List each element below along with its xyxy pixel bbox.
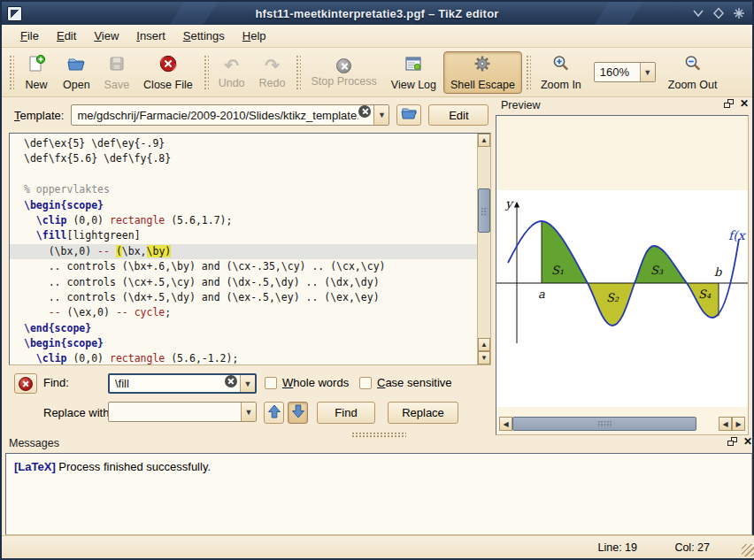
whole-words-label: Whole words — [282, 376, 349, 389]
code-line[interactable]: .. controls (\cx+.5,\cy) and (\dx-.5,\dy… — [10, 275, 477, 290]
s3-label: S₃ — [650, 264, 664, 277]
undo-button[interactable]: ↶ Undo — [212, 51, 252, 94]
replace-input[interactable]: ▼ — [108, 402, 257, 422]
clear-icon[interactable] — [358, 105, 371, 118]
messages-log[interactable]: [LaTeX] Process finished successfully. — [5, 453, 752, 535]
edit-template-button[interactable]: Edit — [428, 104, 489, 126]
save-icon — [107, 54, 127, 77]
find-previous-button[interactable] — [264, 402, 284, 424]
chevron-down-icon[interactable]: ▼ — [373, 105, 389, 125]
scroll-right-icon[interactable]: ▶ — [732, 417, 745, 431]
code-editor[interactable]: \def\ex{5} \def\ey{-.9}\def\fx{5.6} \def… — [9, 133, 491, 365]
code-line[interactable]: \begin{scope} — [10, 198, 477, 213]
template-path-value: me/gdschrij/Farmacie/2009-2010/Slides/kt… — [72, 105, 358, 125]
code-line[interactable]: \fill[lightgreen] — [10, 228, 477, 243]
code-line[interactable]: .. controls (\dx+.5,\dy) and (\ex-.5,\ey… — [10, 290, 477, 305]
maximize-window-icon[interactable] — [712, 7, 725, 19]
code-token — [24, 229, 36, 242]
code-line[interactable]: % oppervlaktes — [10, 182, 477, 197]
code-line[interactable]: \end{scope} — [10, 321, 477, 336]
find-value: \fill — [110, 375, 225, 392]
area-s1 — [542, 221, 588, 283]
replace-button[interactable]: Replace — [388, 402, 458, 424]
code-line[interactable]: \begin{scope} — [10, 336, 477, 351]
shade-window-icon[interactable] — [692, 8, 704, 19]
scroll-up-icon[interactable]: ▲ — [478, 134, 490, 147]
preview-canvas[interactable]: y a b S₁ S₂ S₃ S₄ f(x ◀ ◀ ▶ — [496, 115, 749, 435]
close-panel-icon[interactable]: ✕ — [743, 437, 752, 447]
code-token: rectangle — [110, 352, 165, 364]
code-token: \fill — [36, 229, 67, 242]
toolbar-separator — [203, 54, 209, 91]
open-folder-icon — [400, 104, 418, 126]
save-button[interactable]: Save — [97, 51, 137, 94]
close-window-icon[interactable] — [733, 7, 745, 19]
chevron-down-icon[interactable]: ▼ — [241, 403, 256, 421]
menu-help[interactable]: Help — [235, 27, 274, 45]
zoom-out-button[interactable]: Zoom Out — [661, 51, 725, 94]
code-token: .. controls (\cx+.5,\cy) and (\dx-.5,\dy… — [24, 276, 380, 288]
whole-words-checkbox[interactable]: Whole words — [265, 376, 349, 389]
find-button[interactable]: Find — [317, 402, 375, 424]
zoom-level-combobox[interactable]: 160% ▼ — [594, 62, 656, 82]
preview-titlebar[interactable]: Preview ✕ — [494, 97, 752, 113]
code-token: (\ex,0) — [61, 306, 116, 318]
float-panel-icon[interactable] — [727, 437, 737, 447]
preview-horizontal-scrollbar[interactable]: ◀ ◀ ▶ — [499, 417, 745, 431]
template-label: Template: — [14, 109, 64, 122]
template-combobox[interactable]: me/gdschrij/Farmacie/2009-2010/Slides/kt… — [71, 104, 389, 126]
template-row: Template: me/gdschrij/Farmacie/2009-2010… — [2, 97, 494, 133]
menu-insert[interactable]: Insert — [128, 27, 173, 45]
code-line[interactable]: \def\fx{5.6} \def\fy{.8} — [10, 151, 477, 166]
scrollbar-track[interactable] — [478, 233, 490, 338]
checkbox-box[interactable] — [359, 377, 372, 389]
close-panel-icon[interactable]: ✕ — [740, 99, 749, 109]
code-line[interactable] — [10, 167, 477, 182]
menu-settings[interactable]: Settings — [175, 27, 233, 45]
open-template-button[interactable] — [396, 104, 421, 126]
clear-icon[interactable] — [225, 375, 237, 387]
new-button[interactable]: New — [17, 51, 56, 94]
code-token: \def\ex{5} \def\ey{-.9} — [24, 137, 165, 150]
code-line[interactable]: \clip (0,0) rectangle (5.6,1.7); — [10, 213, 477, 228]
scroll-left-icon[interactable]: ◀ — [719, 417, 732, 431]
scrollbar-thumb[interactable] — [512, 417, 696, 431]
find-label: Find: — [43, 376, 69, 389]
menu-view[interactable]: View — [86, 27, 127, 45]
scroll-left-icon[interactable]: ◀ — [499, 417, 512, 431]
close-findbar-button[interactable] — [14, 373, 37, 394]
close-file-button[interactable]: Close File — [136, 51, 200, 94]
zoom-in-button[interactable]: Zoom In — [534, 51, 589, 94]
s2-label: S₂ — [606, 291, 619, 304]
scroll-up-icon[interactable]: ▲ — [478, 338, 490, 351]
code-token: .. controls (\bx+.6,\by) and (\cx-.35,\c… — [24, 260, 386, 272]
menu-file[interactable]: File — [12, 27, 47, 45]
chevron-down-icon[interactable]: ▼ — [640, 63, 655, 81]
find-input[interactable]: \fill ▼ — [108, 373, 257, 394]
code-line[interactable]: -- (\ex,0) -- cycle; — [10, 305, 477, 320]
resize-grip[interactable] — [742, 544, 754, 556]
open-button[interactable]: Open — [56, 51, 97, 94]
editor-scrollbar[interactable]: ▲ ▲ ▼ — [477, 134, 490, 364]
scroll-down-icon[interactable]: ▼ — [478, 351, 490, 364]
stop-process-button[interactable]: Stop Process — [304, 51, 383, 94]
chevron-down-icon[interactable]: ▼ — [240, 375, 255, 392]
code-line[interactable]: (\bx,0) -- (\bx,\by) — [10, 244, 477, 259]
code-token — [24, 214, 36, 226]
code-area[interactable]: \def\ex{5} \def\ey{-.9}\def\fx{5.6} \def… — [10, 134, 477, 364]
messages-titlebar[interactable]: Messages ✕ — [2, 435, 754, 451]
toolbar-drag-handle[interactable] — [8, 54, 14, 91]
redo-button[interactable]: ↷ Redo — [252, 51, 293, 94]
code-line[interactable]: .. controls (\bx+.6,\by) and (\cx-.35,\c… — [10, 259, 477, 274]
scrollbar-thumb[interactable] — [478, 188, 490, 233]
view-log-button[interactable]: View Log — [384, 51, 443, 94]
shell-escape-button[interactable]: Shell Escape — [443, 51, 522, 94]
code-line[interactable]: \def\ex{5} \def\ey{-.9} — [10, 136, 477, 151]
scrollbar-track[interactable] — [696, 417, 719, 431]
float-panel-icon[interactable] — [724, 99, 734, 109]
code-line[interactable]: \clip (0,0) rectangle (5.6,-1.2); — [10, 351, 477, 364]
case-sensitive-checkbox[interactable]: Case sensitive — [359, 376, 452, 389]
checkbox-box[interactable] — [265, 377, 277, 389]
menu-edit[interactable]: Edit — [49, 27, 84, 45]
find-next-button[interactable] — [288, 402, 308, 424]
